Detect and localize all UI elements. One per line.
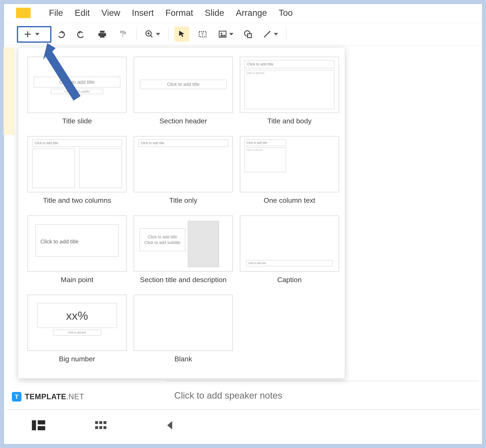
- undo-button[interactable]: [53, 27, 68, 42]
- layout-thumbnail: xx% Click to add text: [27, 295, 127, 351]
- layout-label: Section title and description: [140, 275, 227, 284]
- menu-format[interactable]: Format: [164, 7, 195, 19]
- filmstrip-view-button[interactable]: [32, 420, 45, 430]
- redo-icon: [77, 30, 86, 39]
- menu-file[interactable]: File: [47, 7, 65, 19]
- placeholder-text: Click to add subtitle: [144, 240, 180, 245]
- placeholder-title: Click to add title: [34, 77, 120, 88]
- watermark-brand: TEMPLATE: [25, 392, 66, 401]
- paint-roller-icon: [118, 30, 128, 39]
- placeholder-body: Click to add text: [244, 70, 334, 109]
- slide-layout-dropdown: Click to add title Click to add subtitle…: [18, 47, 345, 379]
- menu-insert[interactable]: Insert: [130, 7, 155, 19]
- svg-point-4: [221, 33, 222, 34]
- toolbar-separator: [168, 28, 168, 40]
- menu-edit[interactable]: Edit: [73, 7, 91, 19]
- svg-text:T: T: [201, 32, 204, 37]
- plus-icon: +: [24, 30, 31, 38]
- paint-format-button[interactable]: [116, 27, 131, 42]
- layout-label: Title slide: [62, 117, 92, 125]
- placeholder-caption: Click to add text: [246, 260, 333, 266]
- zoom-icon: [145, 30, 154, 39]
- layout-option-blank[interactable]: Blank: [134, 295, 233, 363]
- chevron-down-icon: [156, 33, 160, 35]
- print-icon: [98, 30, 107, 39]
- placeholder-subtitle: Click to add text: [53, 330, 101, 336]
- toolbar: + T: [4, 23, 482, 46]
- slide-thumbnail-strip[interactable]: [4, 47, 14, 135]
- insert-shape-button[interactable]: [241, 27, 255, 42]
- chevron-down-icon: [35, 33, 39, 35]
- view-switcher-bar: [7, 409, 479, 441]
- layout-label: Title only: [169, 196, 197, 205]
- chevron-down-icon: [274, 33, 278, 35]
- placeholder-title: Click to add title Click to add subtitle: [140, 228, 185, 251]
- zoom-button[interactable]: [143, 27, 162, 42]
- svg-rect-6: [248, 34, 251, 38]
- collapse-panel-button[interactable]: [167, 421, 172, 430]
- menu-arrange[interactable]: Arrange: [234, 7, 269, 19]
- layout-option-section-title-description[interactable]: Click to add title Click to add subtitle…: [134, 216, 233, 284]
- layout-label: Big number: [59, 355, 95, 363]
- menu-tools[interactable]: Too: [277, 7, 294, 19]
- layout-label: Main point: [61, 275, 94, 284]
- layout-thumbnail: Click to add title Click to add subtitle: [134, 216, 233, 272]
- layout-thumbnail: Click to add title Click to add text: [240, 136, 339, 192]
- layout-thumbnail: [134, 295, 233, 351]
- layout-thumbnail: Click to add text: [240, 216, 339, 272]
- placeholder-image: [188, 221, 219, 267]
- placeholder-column: [79, 149, 122, 188]
- placeholder-subtitle: Click to add subtitle: [51, 89, 103, 94]
- layout-thumbnail: Click to add title Click to add text: [240, 57, 339, 113]
- menu-view[interactable]: View: [100, 7, 122, 19]
- layout-label: Section header: [159, 117, 207, 125]
- layout-option-one-column[interactable]: Click to add title Click to add text One…: [240, 136, 339, 205]
- layout-thumbnail: Click to add title: [134, 57, 233, 113]
- placeholder-title: Click to add title: [140, 80, 227, 89]
- speaker-notes-placeholder: Click to add speaker notes: [174, 390, 282, 401]
- watermark: T TEMPLATE.NET: [12, 392, 84, 401]
- layout-label: Title and two columns: [43, 196, 111, 205]
- print-button[interactable]: [95, 27, 110, 42]
- layout-label: Caption: [277, 275, 302, 284]
- chevron-down-icon: [229, 33, 233, 35]
- document-icon[interactable]: [16, 8, 31, 18]
- textbox-icon: T: [198, 30, 207, 39]
- watermark-icon: T: [12, 392, 22, 401]
- layout-option-title-slide[interactable]: Click to add title Click to add subtitle…: [27, 57, 127, 125]
- cursor-icon: [177, 30, 186, 39]
- layout-thumbnail: Click to add title Click to add subtitle: [27, 57, 127, 113]
- shape-icon: [243, 30, 253, 39]
- layout-thumbnail: Click to add title: [27, 136, 127, 192]
- app-window: File Edit View Insert Format Slide Arran…: [3, 3, 483, 445]
- placeholder-title: Click to add title: [244, 60, 334, 68]
- undo-icon: [56, 30, 65, 39]
- select-tool[interactable]: [174, 27, 189, 42]
- layout-label: Blank: [174, 355, 192, 363]
- layout-option-big-number[interactable]: xx% Click to add text Big number: [27, 295, 127, 363]
- placeholder-column: [32, 149, 75, 188]
- placeholder-body: Click to add text: [244, 147, 286, 172]
- layout-thumbnail: Click to add title: [27, 216, 127, 272]
- redo-button[interactable]: [74, 27, 89, 42]
- layout-option-caption[interactable]: Click to add text Caption: [240, 216, 339, 284]
- watermark-text: TEMPLATE.NET: [25, 392, 84, 401]
- layout-option-title-only[interactable]: Click to add title Title only: [134, 136, 233, 205]
- layout-label: Title and body: [267, 117, 312, 125]
- menu-slide[interactable]: Slide: [203, 7, 226, 19]
- layout-option-title-and-body[interactable]: Click to add title Click to add text Tit…: [240, 57, 339, 125]
- placeholder-text: Click to add title: [148, 235, 177, 240]
- insert-image-button[interactable]: [216, 27, 235, 42]
- menu-bar: File Edit View Insert Format Slide Arran…: [4, 4, 482, 22]
- layout-option-two-columns[interactable]: Click to add title Title and two columns: [27, 136, 127, 205]
- grid-view-button[interactable]: [95, 421, 107, 430]
- layout-option-main-point[interactable]: Click to add title Main point: [27, 216, 127, 284]
- placeholder-title: Click to add title: [32, 139, 122, 147]
- insert-line-button[interactable]: [260, 27, 280, 42]
- placeholder-title: Click to add title: [244, 139, 286, 146]
- speaker-notes-area[interactable]: Click to add speaker notes: [166, 381, 479, 410]
- layout-option-section-header[interactable]: Click to add title Section header: [134, 57, 233, 125]
- line-icon: [263, 30, 272, 39]
- textbox-tool[interactable]: T: [195, 27, 210, 42]
- new-slide-button[interactable]: +: [16, 27, 47, 41]
